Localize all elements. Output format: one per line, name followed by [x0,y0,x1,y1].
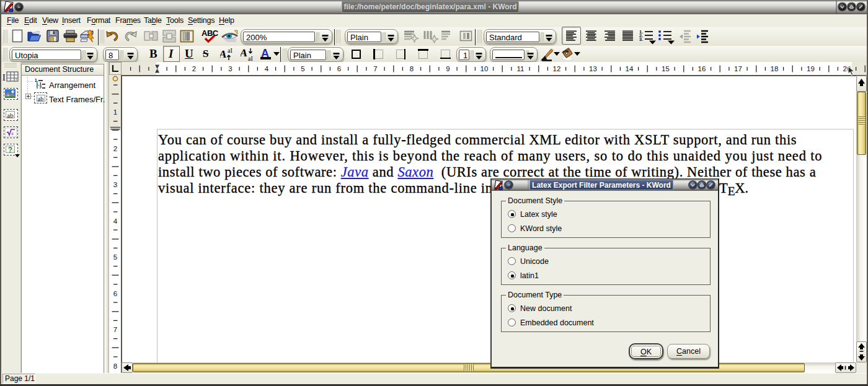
svg-text:2: 2 [113,145,117,152]
svg-text:A: A [220,48,228,60]
svg-text:5: 5 [113,253,117,261]
svg-text:10: 10 [480,65,489,72]
svg-text:3: 3 [228,65,232,72]
svg-text:13: 13 [589,65,597,72]
svg-text:5: 5 [301,65,304,72]
svg-text:aI: aI [228,47,232,54]
svg-text:1: 1 [113,108,117,116]
svg-text:4: 4 [113,217,118,225]
svg-text:8: 8 [410,65,414,72]
svg-text:19: 19 [807,65,815,72]
svg-text:12: 12 [553,65,561,72]
svg-text:8: 8 [113,362,117,370]
svg-text:6: 6 [337,65,341,72]
svg-text:16: 16 [698,65,706,72]
svg-text:I: I [2,73,6,82]
svg-text:9: 9 [446,65,450,72]
svg-text:3: 3 [113,181,117,188]
svg-text:11: 11 [517,65,525,72]
svg-text:17: 17 [734,65,742,72]
svg-text:15: 15 [662,65,670,72]
svg-text:14: 14 [626,65,634,72]
svg-text:A: A [241,47,249,59]
svg-text:7: 7 [113,326,117,333]
svg-text:7: 7 [373,65,377,72]
svg-text:aI: aI [248,55,253,62]
svg-text:4: 4 [265,65,269,72]
svg-text:1.2: 1.2 [36,86,42,89]
svg-text:18: 18 [771,65,779,72]
svg-text:3.: 3. [639,37,643,42]
svg-text:6: 6 [113,290,117,297]
svg-text:2: 2 [192,65,196,72]
svg-text:x: x [11,130,14,136]
